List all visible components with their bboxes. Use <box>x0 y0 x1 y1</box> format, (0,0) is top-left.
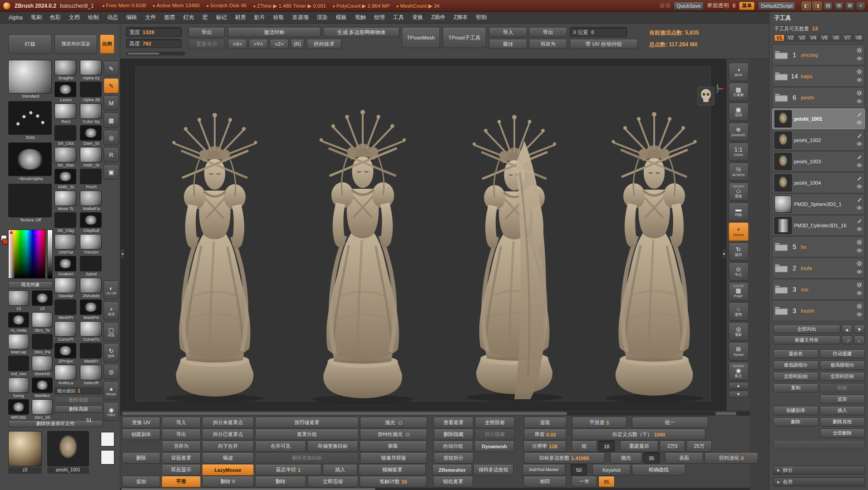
polypaint-icon[interactable] <box>857 112 862 118</box>
menu-拾取[interactable]: 拾取 <box>269 12 288 23</box>
panel-button-抛光[interactable]: 抛光 <box>610 452 642 464</box>
symmetry-x-button[interactable]: >X< <box>228 39 247 49</box>
panel-button-全部投射[interactable]: 全部投射 <box>475 417 515 428</box>
thumb-loong[interactable]: loong <box>8 377 29 399</box>
current-material-thumbnail[interactable] <box>8 431 42 466</box>
brush-Standar[interactable]: Standar <box>54 278 77 299</box>
subtool-item-kaijia[interactable]: 14kaijia <box>772 66 865 87</box>
panel-button-平滑度[interactable]: 平滑度5 <box>572 417 626 428</box>
subtool-tab-V2[interactable]: V2 <box>785 34 796 41</box>
symmetry-z-button[interactable]: >Z< <box>270 39 289 49</box>
subtool-tab-V7[interactable]: V7 <box>842 34 853 41</box>
polypaint-icon[interactable] <box>857 197 862 204</box>
menu-变换[interactable]: 变换 <box>408 12 427 23</box>
panel-button-35[interactable]: 35 <box>643 452 660 464</box>
subtool-item-toufa[interactable]: 2toufa <box>772 258 865 279</box>
panel-button-导出[interactable]: 导出 <box>162 429 201 440</box>
tposemesh-button[interactable]: TPoseMesh <box>402 27 440 48</box>
symmetry-r-button[interactable]: (R) <box>291 39 304 49</box>
subtool-item-PM3D_Sphere3D2_1[interactable]: PM3D_Sphere3D2_1 <box>772 194 865 215</box>
panel-button-查看遮罩[interactable]: 查看遮罩 <box>434 417 473 428</box>
fill-object-button[interactable]: 填充对象 <box>8 281 53 289</box>
brush-SnakeH[interactable]: SnakeH <box>54 256 77 278</box>
export-button-1[interactable]: 导出 <box>188 27 225 37</box>
menu-编辑[interactable]: 编辑 <box>122 12 141 23</box>
gear-icon[interactable] <box>857 69 862 76</box>
mrgb-icon[interactable]: M <box>104 95 119 111</box>
polypaint-icon[interactable] <box>857 133 862 140</box>
brush-large-Standard[interactable]: Standard <box>8 60 53 98</box>
thumb-Marblez[interactable]: Marblez <box>32 377 53 399</box>
tool-export-button[interactable]: 导出 <box>529 27 567 37</box>
close-icon[interactable]: × <box>856 2 865 10</box>
gizmo-icon[interactable]: +Gizmo <box>729 222 749 241</box>
subtool-action-自动重建[interactable]: 自动重建 <box>820 349 865 358</box>
menu-标记[interactable]: 标记 <box>212 12 231 23</box>
subtool-action-全部删除[interactable]: 全部删除 <box>820 429 865 438</box>
eye-visibility-icon[interactable] <box>856 269 863 275</box>
brush-MaskPe[interactable]: MaskPe <box>80 299 103 321</box>
brush-DragRe[interactable]: DragRe <box>54 60 77 82</box>
polypaint-icon[interactable] <box>857 219 862 225</box>
panel-button-分辨率[interactable]: 分辨率128 <box>523 441 566 452</box>
right-splitter-handle[interactable]: ► <box>722 249 726 259</box>
doc-width-slider[interactable]: 宽度 1328 <box>126 27 182 37</box>
active-window-icon[interactable]: ▣活动 <box>729 103 749 121</box>
panel-button-自定义点数（千）[interactable]: 自定义点数（千）1000 <box>572 429 705 440</box>
menu-图层[interactable]: 图层 <box>160 12 179 23</box>
gear-icon[interactable] <box>857 261 862 268</box>
texture-slot[interactable] <box>101 432 114 446</box>
panel-button-删除隐藏[interactable]: 删除隐藏 <box>434 429 473 440</box>
panel-button-向下合并[interactable]: 向下合并 <box>202 441 254 452</box>
brush-OrbFlat[interactable]: OrbFlat <box>54 234 77 256</box>
rotate-view-icon[interactable]: ↻旋转 <box>729 242 749 261</box>
menu-文档[interactable]: 文档 <box>65 12 84 23</box>
ui-hide-sliders-icon[interactable]: ◧ <box>802 2 811 10</box>
subtool-action-全部到目标[interactable]: 全部到目标 <box>820 372 865 381</box>
panel-button-组[interactable]: 组 <box>572 441 597 452</box>
morph-icon[interactable]: ●Morph <box>104 381 119 400</box>
split-section-header[interactable]: ▶ 拆分 <box>773 466 865 475</box>
alpha-slot[interactable] <box>101 450 114 465</box>
polypaint-icon[interactable] <box>857 155 862 161</box>
panel-button-背面遮罩[interactable]: 背面遮罩 <box>162 452 201 464</box>
subtool-action-删除其他[interactable]: 删除其他 <box>820 417 865 426</box>
canvas-horizontal-scrollbar[interactable] <box>120 412 750 416</box>
panel-button-提取[interactable]: 提取 <box>524 417 567 428</box>
rotate-icon[interactable]: ↻旋转 <box>104 343 119 362</box>
panel-button-锐化遮罩[interactable]: 锐化遮罩 <box>433 476 473 487</box>
panel-button-保持多边形组[interactable]: 保持多边形组 <box>473 464 513 475</box>
menu-笔触[interactable]: 笔触 <box>351 12 370 23</box>
menu-笔刷[interactable]: 笔刷 <box>27 12 46 23</box>
paint-icon[interactable]: ◉Paint <box>104 402 119 421</box>
eye-visibility-icon[interactable] <box>856 184 863 190</box>
subtool-action-追加[interactable]: 追加 <box>820 395 865 404</box>
brush-Alpha 28[interactable]: Alpha 28 <box>80 82 103 103</box>
subtool-tab-V6[interactable]: V6 <box>831 34 841 41</box>
move-into-folder-button[interactable]: → <box>854 336 865 344</box>
panel-button-抛光[interactable]: 抛光 <box>360 417 427 428</box>
doc-height-slider[interactable]: 高度 762 <box>126 39 182 48</box>
brush-KnifeLa[interactable]: KnifeLa <box>54 365 77 387</box>
quicksave-button[interactable]: QuickSave <box>674 2 703 10</box>
menu-Z脚本[interactable]: Z脚本 <box>449 12 472 23</box>
subtool-item-peishi_1002[interactable]: peishi_1002 <box>772 130 865 151</box>
eye-visibility-icon[interactable] <box>856 290 863 297</box>
subtool-item-PM3D_Cylinder3D1_16[interactable]: PM3D_Cylinder3D1_16 <box>772 215 865 236</box>
brush-large-Dots[interactable]: Dots <box>8 101 53 140</box>
toolbox-icon[interactable]: ▣ <box>104 164 119 180</box>
doc-half-button[interactable]: 宽屏大小 <box>188 39 225 49</box>
eye-visibility-icon[interactable] <box>856 120 863 126</box>
menu-帮助[interactable]: 帮助 <box>472 12 491 23</box>
xpose-icon[interactable]: ⊞Xpose <box>729 342 749 361</box>
menu-动态[interactable]: 动态 <box>103 12 122 23</box>
panel-button-一半[interactable]: 一半 <box>572 476 597 487</box>
thumb-z3[interactable]: z3 <box>32 290 53 312</box>
panel-button-变换 UV[interactable]: 变换 UV <box>122 417 160 428</box>
eye-visibility-icon[interactable] <box>856 226 863 233</box>
panel-button-创建副本[interactable]: 创建副本 <box>122 429 160 440</box>
subtool-action-复制[interactable]: 复制 <box>773 383 819 392</box>
panel-button-统一[interactable]: 统一 <box>632 417 708 428</box>
gear-icon[interactable] <box>857 48 862 54</box>
menu-纹理[interactable]: 纹理 <box>370 12 389 23</box>
